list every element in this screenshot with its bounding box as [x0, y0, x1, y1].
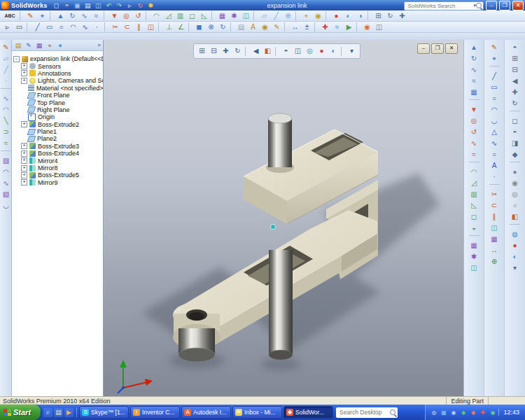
screen-capture-icon[interactable]: ◫ — [373, 22, 385, 32]
freeform-icon[interactable]: ▨ — [0, 156, 12, 166]
tree-expand-toggle[interactable]: + — [21, 70, 27, 76]
edit-appearance-icon[interactable]: ● — [330, 11, 342, 21]
tree-expand-toggle[interactable]: + — [21, 158, 27, 164]
sketch-text-icon[interactable]: A — [489, 161, 500, 171]
revolved-cut-icon[interactable]: ↺ — [468, 127, 480, 137]
tree-expand-toggle[interactable]: + — [21, 143, 27, 149]
tree-item-plane1[interactable]: Plane1 — [21, 128, 103, 135]
top-view-icon[interactable]: ◓ — [509, 127, 521, 137]
indent-icon[interactable]: ◡ — [0, 201, 12, 211]
redo-icon[interactable]: ↷ — [114, 1, 124, 10]
tree-item-annotations[interactable]: +Annotations — [21, 70, 103, 77]
spell-check-icon[interactable]: ABC — [1, 11, 18, 21]
tree-expand-toggle[interactable]: + — [21, 150, 27, 157]
smart-dimension-icon[interactable]: ⌖ — [489, 54, 500, 64]
tree-item-boss-extrude3[interactable]: +Boss-Extrude3 — [21, 143, 103, 150]
drawing-sheet-icon[interactable]: ▤ — [235, 22, 247, 32]
rotate-view-icon[interactable]: ↻ — [509, 99, 521, 108]
annotation-icon[interactable]: A — [247, 22, 259, 32]
circular-pattern-icon[interactable]: ✱ — [228, 11, 240, 21]
tolerance-icon[interactable]: ± — [301, 22, 313, 32]
apply-scene-icon[interactable]: ◐ — [509, 252, 521, 262]
mirror-icon[interactable]: ◫ — [468, 263, 480, 273]
point-icon[interactable]: · — [91, 22, 103, 32]
select-arrow-icon[interactable]: ▹ — [1, 22, 13, 32]
property-manager-tab-icon[interactable]: ✎ — [24, 41, 34, 50]
pan-icon[interactable]: ✚ — [509, 88, 521, 97]
quick-snaps-icon[interactable]: ⊕ — [489, 257, 500, 267]
tree-item-front-plane[interactable]: Front Plane — [21, 92, 103, 99]
front-view-icon[interactable]: ◻ — [509, 116, 521, 126]
swept-boss-icon[interactable]: ∿ — [468, 65, 480, 75]
tree-item-expansion-link-default-default[interactable]: -expansion link (Default<<Default>_ — [13, 55, 103, 62]
simulation-icon[interactable]: ✚ — [319, 22, 331, 32]
isometric-view-icon[interactable]: ◆ — [509, 150, 521, 160]
lofted-boss-icon[interactable]: ≈ — [468, 76, 480, 86]
configuration-manager-tab-icon[interactable]: ▦ — [34, 41, 44, 50]
smart-dimension-icon[interactable]: ⌖ — [36, 11, 48, 21]
solidworks-rx-icon[interactable]: ◆ — [469, 409, 477, 416]
tree-item-top-plane[interactable]: Top Plane — [21, 99, 103, 106]
tree-item-plane2[interactable]: Plane2 — [21, 135, 103, 142]
pan-icon[interactable]: ✚ — [220, 46, 232, 56]
add-relation-icon[interactable]: ⊥ — [163, 22, 175, 32]
lofted-boss-icon[interactable]: ≈ — [90, 11, 102, 21]
projected-curve-icon[interactable]: ⊃ — [0, 127, 12, 137]
circle-icon[interactable]: ○ — [55, 22, 67, 32]
shell-icon[interactable]: ◻ — [186, 11, 198, 21]
print-icon[interactable]: ▤ — [83, 1, 92, 10]
tree-item-mirror4[interactable]: +Mirror4 — [21, 157, 103, 164]
view-orientation-icon[interactable]: ◓ — [509, 43, 521, 52]
zoom-to-fit-icon[interactable]: ⊞ — [509, 54, 521, 64]
messenger-icon[interactable]: ◉ — [489, 409, 496, 416]
swept-boss-icon[interactable]: ∿ — [78, 11, 90, 21]
tree-expand-toggle[interactable]: - — [13, 56, 20, 62]
curve-through-points-icon[interactable]: ◠ — [0, 105, 12, 115]
linear-pattern-icon[interactable]: ▦ — [468, 241, 480, 251]
rebuild-icon[interactable]: ↻ — [135, 1, 145, 10]
tree-expand-toggle[interactable]: + — [21, 78, 27, 84]
select-icon[interactable]: ▹ — [125, 1, 134, 10]
note-icon[interactable]: ✎ — [271, 22, 283, 32]
previous-view-icon[interactable]: ◀ — [509, 76, 521, 86]
dimxpert-manager-tab-icon[interactable]: ⌖ — [45, 41, 55, 50]
dimension-icon[interactable]: ↔ — [289, 22, 301, 32]
tree-item-material-not-specified[interactable]: Material <not specified> — [21, 85, 103, 92]
sketch-icon[interactable]: ✎ — [489, 43, 500, 52]
polygon-icon[interactable]: △ — [489, 127, 500, 137]
open-icon[interactable]: ◓ — [62, 1, 71, 10]
zoom-to-fit-icon[interactable]: ⊞ — [372, 11, 384, 21]
solidworks-search-input[interactable] — [406, 2, 473, 10]
mirror-entities-icon[interactable]: ◫ — [145, 22, 157, 32]
rotate-view-icon[interactable]: ↻ — [384, 11, 396, 21]
tree-expand-toggle[interactable]: + — [21, 172, 27, 178]
linear-pattern-icon[interactable]: ▦ — [216, 11, 228, 21]
circle-icon[interactable]: ○ — [489, 94, 500, 104]
line-icon[interactable]: ╱ — [489, 71, 500, 81]
tree-expand-toggle[interactable]: + — [21, 121, 27, 127]
chamfer-icon[interactable]: ◿ — [468, 178, 480, 188]
lofted-cut-icon[interactable]: ≈ — [468, 150, 480, 160]
point-ref-icon[interactable]: · — [0, 76, 12, 86]
view-settings-icon[interactable]: ◑ — [354, 11, 366, 21]
tangent-arc-icon[interactable]: ◡ — [489, 116, 500, 126]
rotate-view-icon[interactable]: ↻ — [232, 46, 244, 56]
plane-icon[interactable]: ▱ — [0, 54, 12, 64]
tree-item-lights-cameras-and-scene[interactable]: +Lights, Cameras and Scene — [21, 77, 103, 84]
box-select-icon[interactable]: ▭ — [13, 22, 25, 32]
taskbar-app-inventor[interactable]: IInventor C... — [130, 406, 180, 419]
display-style-icon[interactable]: ◫ — [292, 46, 304, 56]
extruded-cut-icon[interactable]: ▼ — [468, 105, 480, 115]
reference-axis-icon[interactable]: ╱ — [270, 11, 282, 21]
restore-button[interactable]: ❐ — [499, 1, 510, 10]
tree-tabs-overflow-icon[interactable]: » — [98, 42, 103, 48]
zoom-to-area-icon[interactable]: ⊟ — [509, 65, 521, 75]
chamfer-icon[interactable]: ◿ — [162, 11, 174, 21]
sketch-icon[interactable]: ✎ — [24, 11, 36, 21]
move-entities-icon[interactable]: ↔ — [489, 246, 500, 255]
tree-item-mirror8[interactable]: +Mirror8 — [21, 164, 103, 172]
tree-expand-toggle[interactable]: + — [21, 63, 27, 69]
hide-show-items-icon[interactable]: ◍ — [509, 230, 521, 239]
corner-rectangle-icon[interactable]: ▭ — [489, 83, 500, 92]
antivirus-shield-icon[interactable]: ◆ — [459, 409, 467, 416]
